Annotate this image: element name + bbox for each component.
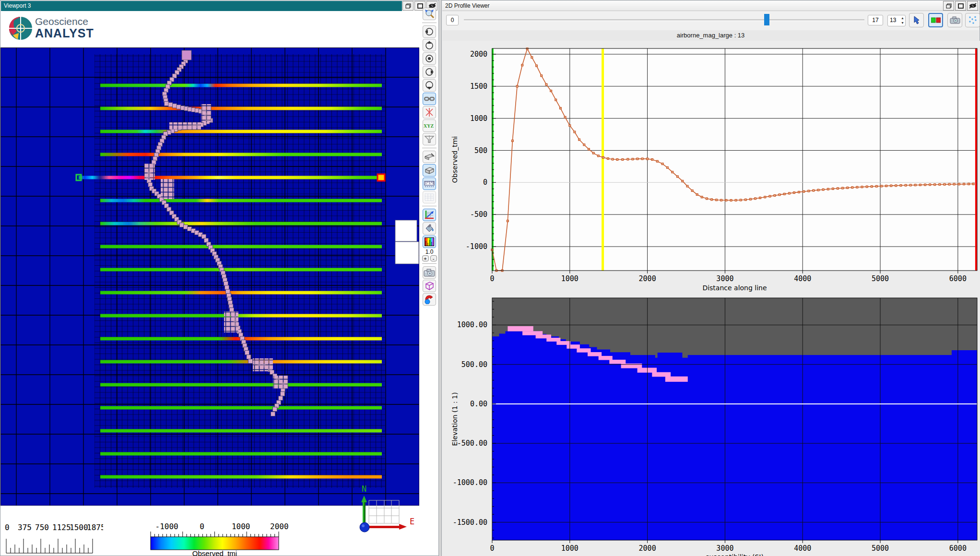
rotate-down-icon[interactable] (423, 79, 436, 92)
svg-text:4000: 4000 (794, 274, 811, 283)
rotate-up-icon[interactable] (423, 39, 436, 51)
north-arrow-head-icon (361, 496, 367, 502)
flight-line (100, 452, 382, 456)
grid-toggle-icon[interactable] (423, 191, 436, 203)
viewport-titlebar[interactable]: Viewport 3 (1, 1, 402, 11)
profile-viewer-title: 2D Profile Viewer (445, 2, 489, 9)
colour-legend: -1000010002000Observed_tmi (144, 519, 288, 556)
camera-icon (950, 16, 960, 24)
x-axis-label: susceptibility (SI) (706, 553, 764, 556)
viewport-title: Viewport 3 (4, 2, 31, 9)
show-blocks-button[interactable] (928, 13, 943, 27)
toolbar-separator (422, 263, 437, 264)
zoom-out-button[interactable]: - (430, 255, 437, 261)
station-slider-handle[interactable] (764, 14, 769, 25)
compass-grid (369, 500, 399, 523)
flight-line (100, 291, 382, 295)
slice-box-icon[interactable] (423, 151, 436, 163)
svg-text:1000: 1000 (561, 274, 579, 283)
zoom-in-button[interactable]: + (422, 255, 429, 261)
restore-icon[interactable] (402, 1, 413, 11)
legend-title: Observed_tmi (192, 549, 237, 556)
camera-icon[interactable] (423, 266, 436, 279)
flight-line (100, 130, 382, 133)
profile-viewer-titlebar[interactable]: 2D Profile Viewer (442, 1, 979, 11)
flight-line (100, 429, 382, 433)
profile-toolbar: 0 17 13 ▲▼ (442, 11, 979, 30)
magnet-icon[interactable] (423, 293, 436, 306)
plot-axes-icon[interactable] (423, 209, 436, 221)
svg-text:5000: 5000 (872, 274, 889, 283)
hidden-cell-box (395, 220, 417, 241)
svg-text:1500: 1500 (470, 82, 487, 91)
rotate-right-icon[interactable] (423, 66, 436, 78)
flight-line (100, 153, 382, 156)
svg-text:1000: 1000 (470, 114, 487, 123)
spinner-arrows-icon[interactable]: ▲▼ (901, 16, 904, 25)
orientation-compass: N E (343, 481, 415, 536)
svg-text:1875: 1875 (87, 523, 103, 532)
svg-text:0: 0 (490, 274, 494, 283)
susceptibility-section-chart: 1000.00500.000.00-500.00-1000.00-1500.00… (451, 298, 977, 556)
east-label: E (410, 517, 414, 526)
anomaly-cluster (169, 122, 201, 130)
line-start-input[interactable]: 0 (446, 15, 459, 25)
flight-line (100, 360, 382, 364)
svg-text:0: 0 (490, 544, 494, 553)
box-clip-icon[interactable] (423, 164, 436, 177)
application-window: Viewport 3 Geoscience ANALYST (0, 0, 980, 556)
center-view-icon[interactable] (423, 52, 436, 65)
svg-text:-1500.00: -1500.00 (453, 518, 487, 527)
y-axis-label: Observed_tmi (451, 136, 459, 183)
north-label: N (362, 484, 366, 494)
fit-view-button[interactable] (965, 13, 980, 27)
geoscience-analyst-logo: Geoscience ANALYST (7, 14, 161, 46)
anomaly-cluster (201, 104, 212, 122)
station-slider[interactable] (464, 19, 864, 21)
origin-sphere-icon (360, 522, 369, 532)
viewport-toolbar: XYZ1.0+- (420, 7, 438, 306)
logo-text-geoscience: Geoscience (35, 16, 88, 27)
hide-eye-icon[interactable] (967, 1, 978, 11)
ruler-icon[interactable] (423, 177, 436, 190)
maximize-icon[interactable] (955, 1, 966, 11)
anomaly-cluster (273, 376, 288, 389)
anomaly-cluster (144, 164, 155, 180)
flight-line (100, 107, 382, 110)
flight-line (100, 268, 382, 272)
wireframe-box-icon[interactable] (423, 280, 436, 292)
svg-text:-500: -500 (470, 210, 487, 219)
profile-chart-title: airborne_mag_large : 13 (442, 30, 979, 41)
profile-window-buttons (943, 1, 978, 11)
colourbar-icon[interactable] (423, 236, 436, 248)
paint-bucket-icon[interactable] (423, 222, 436, 235)
snapshot-button[interactable] (947, 13, 962, 27)
select-cursor-button[interactable] (909, 13, 924, 27)
section-funnel-icon[interactable] (423, 133, 436, 145)
svg-text:750: 750 (35, 523, 49, 532)
flight-line (100, 222, 382, 225)
crosshair-off-icon[interactable] (423, 106, 436, 118)
svg-text:500.00: 500.00 (461, 360, 487, 369)
svg-text:3000: 3000 (716, 544, 733, 553)
xyz-axes-icon[interactable]: XYZ (423, 119, 436, 132)
svg-text:-1000.00: -1000.00 (453, 478, 487, 487)
profile-charts[interactable]: -1000-5000500100015002000010002000300040… (442, 41, 980, 556)
restore-icon[interactable] (943, 1, 954, 11)
line-number-spinner[interactable]: 13 ▲▼ (887, 15, 906, 26)
toolbar-separator (422, 148, 437, 148)
svg-text:2000: 2000 (639, 274, 656, 283)
x-axis-label: Distance along line (702, 284, 767, 292)
zoom-extents-icon[interactable] (423, 8, 436, 20)
svg-text:0: 0 (5, 523, 10, 532)
flight-line (100, 245, 382, 248)
svg-text:2000: 2000 (270, 522, 288, 531)
ground-body (492, 331, 977, 540)
line-end-input[interactable]: 17 (868, 15, 883, 25)
scatter-dots-icon (968, 16, 977, 24)
rotate-left-icon[interactable] (423, 25, 436, 38)
link-views-icon[interactable] (423, 93, 436, 105)
map-viewport[interactable] (0, 47, 419, 506)
flight-line (100, 383, 382, 387)
svg-text:XYZ: XYZ (424, 123, 434, 129)
